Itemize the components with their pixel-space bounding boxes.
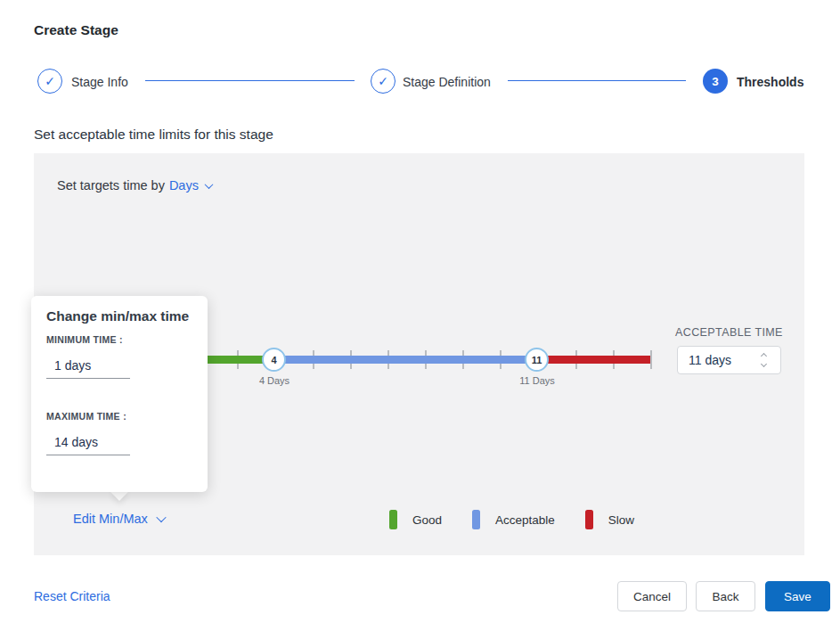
slider-segment-acceptable[interactable] (274, 356, 537, 364)
stepper-connector (145, 80, 355, 81)
section-heading: Set acceptable time limits for this stag… (34, 127, 273, 143)
step-stage-definition-label[interactable]: Stage Definition (403, 75, 491, 89)
targets-unit-dropdown[interactable]: Days (169, 178, 199, 193)
minimum-time-input[interactable] (46, 355, 130, 379)
popover-title: Change min/max time (46, 308, 189, 324)
slow-swatch-icon (585, 510, 593, 529)
legend-label: Good (412, 513, 442, 527)
slider-legend: Good Acceptable Slow (389, 510, 665, 529)
good-swatch-icon (389, 510, 397, 529)
acceptable-time-label: ACCEPTABLE TIME (675, 326, 783, 339)
stepper-up-icon[interactable] (761, 353, 767, 359)
legend-label: Slow (608, 513, 634, 527)
slider-segment-slow[interactable] (537, 356, 650, 364)
slider-max-handle-label: 11 Days (510, 375, 564, 386)
targets-time-label: Set targets time by (57, 178, 165, 193)
minmax-popover: Change min/max time MINIMUM TIME : MAXIM… (31, 296, 208, 492)
acceptable-time-stepper (762, 354, 766, 366)
chevron-down-icon[interactable] (204, 180, 213, 189)
save-button[interactable]: Save (765, 581, 830, 611)
slider-min-handle-label: 4 Days (248, 375, 301, 386)
maximum-time-label: MAXIMUM TIME : (46, 411, 126, 422)
create-stage-page: Create Stage ✓ Stage Info ✓ Stage Defini… (0, 0, 840, 623)
acceptable-time-field (677, 346, 781, 374)
step-thresholds-label[interactable]: Thresholds (737, 75, 803, 89)
step-stage-info-label[interactable]: Stage Info (71, 75, 128, 89)
stepper: ✓ Stage Info ✓ Stage Definition 3 Thresh… (0, 0, 840, 116)
check-icon: ✓ (378, 75, 388, 87)
legend-label: Acceptable (495, 513, 555, 527)
slider-max-handle[interactable]: 11 (525, 348, 549, 372)
edit-minmax-link[interactable]: Edit Min/Max (73, 512, 165, 526)
targets-time-row: Set targets time by Days (57, 178, 212, 193)
acceptable-time-input[interactable] (689, 353, 760, 367)
chevron-down-icon (156, 512, 166, 522)
step-thresholds-circle[interactable]: 3 (703, 69, 728, 94)
slider-min-handle[interactable]: 4 (262, 348, 286, 372)
stepper-down-icon[interactable] (761, 361, 767, 367)
legend-item-acceptable: Acceptable (472, 510, 555, 529)
minimum-time-label: MINIMUM TIME : (46, 334, 123, 345)
cancel-button[interactable]: Cancel (617, 581, 687, 611)
legend-item-slow: Slow (585, 510, 634, 529)
maximum-time-input[interactable] (46, 431, 130, 455)
back-button[interactable]: Back (696, 581, 755, 611)
edit-minmax-label: Edit Min/Max (73, 512, 148, 526)
check-icon: ✓ (45, 75, 55, 87)
stepper-connector (508, 80, 686, 81)
reset-criteria-link[interactable]: Reset Criteria (34, 589, 110, 603)
step-stage-definition-circle[interactable]: ✓ (371, 69, 396, 94)
legend-item-good: Good (389, 510, 442, 529)
acceptable-swatch-icon (472, 510, 480, 529)
step-stage-info-circle[interactable]: ✓ (37, 69, 62, 94)
